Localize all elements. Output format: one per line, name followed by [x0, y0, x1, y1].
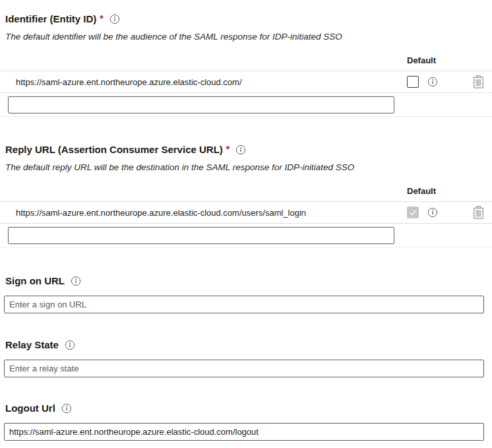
reply-delete-icon[interactable] [473, 206, 484, 219]
sign-on-title: Sign on URL [5, 274, 65, 288]
relay-state-input[interactable] [4, 360, 484, 377]
reply-table-header: Default [0, 185, 492, 197]
reply-row-controls [407, 206, 492, 219]
required-asterisk: * [100, 12, 103, 26]
identifier-row: https://saml-azure.ent.northeurope.azure… [0, 71, 492, 93]
logout-url-input[interactable] [4, 423, 484, 441]
reply-default-checkbox [407, 207, 419, 218]
reply-description: The default reply URL will be the destin… [5, 162, 492, 174]
reply-info-icon[interactable] [235, 144, 246, 155]
relay-state-title: Relay State [5, 338, 59, 352]
identifier-description: The default identifier will be the audie… [5, 31, 492, 43]
sign-on-section-heading: Sign on URL [5, 274, 492, 288]
section-divider [0, 247, 492, 247]
table-header-spacer [0, 55, 407, 66]
identifier-table-header: Default [0, 55, 492, 66]
checkmark-icon [408, 208, 417, 217]
required-asterisk: * [226, 143, 230, 156]
reply-row-info-icon[interactable] [427, 207, 438, 218]
logout-url-info-icon[interactable] [61, 403, 72, 414]
identifier-default-checkbox[interactable] [407, 76, 419, 88]
logout-url-section-heading: Logout Url [5, 401, 492, 415]
relay-state-section-heading: Relay State [5, 338, 492, 352]
relay-state-info-icon[interactable] [65, 340, 75, 350]
identifier-row-controls [407, 75, 492, 88]
identifier-section-heading: Identifier (Entity ID) * [5, 0, 492, 26]
reply-new-entry-input[interactable] [8, 227, 394, 244]
logout-url-title: Logout Url [5, 401, 55, 415]
identifier-url-value: https://saml-azure.ent.northeurope.azure… [0, 77, 407, 87]
reply-title: Reply URL (Assertion Consumer Service UR… [5, 143, 223, 156]
reply-url-value: https://saml-azure.ent.northeurope.azure… [0, 208, 407, 218]
identifier-row-info-icon[interactable] [427, 77, 438, 87]
table-header-spacer [0, 185, 407, 197]
sign-on-url-input[interactable] [4, 296, 484, 313]
reply-row: https://saml-azure.ent.northeurope.azure… [0, 201, 492, 224]
reply-section-heading: Reply URL (Assertion Consumer Service UR… [5, 143, 492, 156]
identifier-info-icon[interactable] [109, 14, 120, 24]
default-column-header: Default [407, 185, 492, 197]
identifier-new-entry-input[interactable] [8, 96, 394, 113]
sign-on-info-icon[interactable] [71, 276, 81, 286]
identifier-title: Identifier (Entity ID) [5, 12, 96, 26]
identifier-delete-icon[interactable] [473, 75, 484, 88]
section-divider [0, 116, 492, 117]
basic-saml-configuration-form: Identifier (Entity ID) * The default ide… [0, 0, 492, 448]
default-column-header: Default [407, 55, 492, 66]
